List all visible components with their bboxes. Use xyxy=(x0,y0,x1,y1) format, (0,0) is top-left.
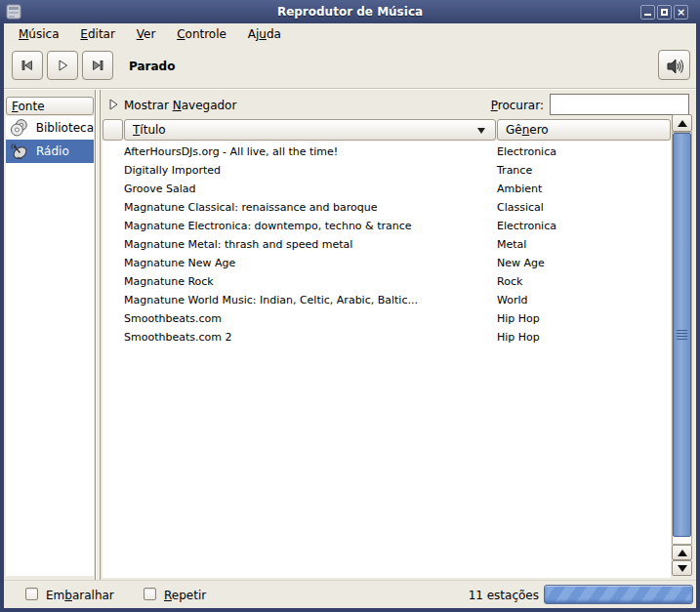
menu-editar[interactable]: Editar xyxy=(71,23,124,44)
station-row[interactable]: Smoothbeats.com 2Hip Hop xyxy=(103,328,671,347)
scroll-up-icon xyxy=(678,550,687,556)
statusbar: Embaralhar Repetir 11 estações xyxy=(4,580,696,609)
shuffle-label[interactable]: Embaralhar xyxy=(46,589,114,602)
scrollbar-grip xyxy=(677,330,687,340)
station-title: Magnatune Electronica: downtempo, techno… xyxy=(124,217,497,235)
station-title: Smoothbeats.com 2 xyxy=(124,328,497,347)
library-icon xyxy=(9,117,30,139)
shuffle-checkbox[interactable] xyxy=(25,588,38,600)
station-genre: Hip Hop xyxy=(497,328,671,347)
station-genre: Classical xyxy=(497,198,671,217)
repeat-label[interactable]: Repetir xyxy=(164,589,206,602)
volume-button[interactable] xyxy=(658,50,690,80)
maximize-icon xyxy=(661,9,668,16)
scroll-down-icon xyxy=(678,565,687,572)
station-genre: World xyxy=(497,291,671,309)
previous-icon xyxy=(20,58,35,73)
repeat-checkbox[interactable] xyxy=(144,588,156,600)
station-title: Groove Salad xyxy=(124,180,497,198)
station-row[interactable]: Groove SaladAmbient xyxy=(103,180,671,198)
station-genre: Hip Hop xyxy=(497,309,671,328)
station-row[interactable]: Smoothbeats.comHip Hop xyxy=(103,309,671,328)
menu-musica[interactable]: Música xyxy=(10,23,68,44)
minimize-icon xyxy=(644,14,651,16)
next-icon xyxy=(90,58,105,73)
column-corner-button[interactable] xyxy=(103,119,123,141)
station-genre: Electronica xyxy=(497,217,671,235)
menu-ver[interactable]: Ver xyxy=(128,23,165,44)
playback-status: Parado xyxy=(129,45,175,88)
station-title: Digitally Imported xyxy=(124,161,497,180)
station-title: Smoothbeats.com xyxy=(124,309,497,328)
close-button[interactable]: × xyxy=(674,5,688,20)
pane-splitter[interactable] xyxy=(95,90,101,580)
scroll-up-icon xyxy=(678,120,687,127)
progress-bar xyxy=(544,585,693,604)
station-row[interactable]: AfterHoursDJs.org - All live, all the ti… xyxy=(103,143,671,161)
titlebar[interactable]: Reprodutor de Música × xyxy=(0,0,700,23)
station-row[interactable]: Magnatune RockRock xyxy=(103,272,671,291)
scrollbar-thumb[interactable] xyxy=(673,133,691,537)
station-genre: Trance xyxy=(497,161,671,180)
next-button[interactable] xyxy=(82,51,113,80)
scroll-up-button[interactable] xyxy=(672,114,692,132)
column-dropdown-icon[interactable] xyxy=(477,128,485,134)
browser-disclosure-icon[interactable] xyxy=(107,98,119,111)
station-row[interactable]: Magnatune Electronica: downtempo, techno… xyxy=(103,217,671,235)
sidebar-item-label: Rádio xyxy=(36,144,69,158)
show-browser-toggle[interactable]: Mostrar Navegador xyxy=(124,99,236,112)
scroll-up-button-bottom[interactable] xyxy=(672,545,692,560)
application-window: Reprodutor de Música × Música Editar Ver… xyxy=(0,0,700,612)
menu-ajuda[interactable]: Ajuda xyxy=(239,23,290,44)
station-title: AfterHoursDJs.org - All live, all the ti… xyxy=(124,143,497,161)
station-row[interactable]: Magnatune Metal: thrash and speed metalM… xyxy=(103,235,671,254)
station-title: Magnatune Metal: thrash and speed metal xyxy=(124,235,497,254)
sidebar-item-radio[interactable]: Rádio xyxy=(6,140,94,163)
radio-icon xyxy=(9,141,30,162)
play-button[interactable] xyxy=(47,51,78,80)
station-genre: Ambient xyxy=(497,180,671,198)
source-list: Biblioteca Rádio xyxy=(6,116,94,576)
sidebar-item-biblioteca[interactable]: Biblioteca xyxy=(6,116,94,140)
station-row[interactable]: Magnatune World Music: Indian, Celtic, A… xyxy=(103,291,671,309)
station-row[interactable]: Magnatune New AgeNew Age xyxy=(103,254,671,272)
minimize-button[interactable] xyxy=(640,5,655,20)
toolbar-separator xyxy=(4,88,696,90)
station-count: 11 estações xyxy=(375,589,539,602)
column-header-titulo[interactable]: Título xyxy=(124,119,496,141)
window-title: Reprodutor de Música xyxy=(0,0,700,23)
station-genre: Electronica xyxy=(497,143,671,161)
menubar: Música Editar Ver Controle Ajuda xyxy=(4,23,696,45)
maximize-button[interactable] xyxy=(657,5,672,20)
station-row[interactable]: Digitally ImportedTrance xyxy=(103,161,671,180)
play-icon xyxy=(55,58,70,73)
station-title: Magnatune Rock xyxy=(124,272,497,291)
sidebar-item-label: Biblioteca xyxy=(36,121,94,135)
station-row[interactable]: Magnatune Classical: renaissance and bar… xyxy=(103,198,671,217)
station-genre: Metal xyxy=(497,235,671,254)
station-list: AfterHoursDJs.org - All live, all the ti… xyxy=(103,141,671,578)
menu-controle[interactable]: Controle xyxy=(168,23,235,44)
station-title: Magnatune New Age xyxy=(124,254,497,272)
scroll-down-button[interactable] xyxy=(672,560,692,576)
station-title: Magnatune World Music: Indian, Celtic, A… xyxy=(124,291,497,309)
station-title: Magnatune Classical: renaissance and bar… xyxy=(124,198,497,217)
station-genre: Rock xyxy=(497,272,671,291)
source-header-button[interactable]: Fonte xyxy=(6,97,94,115)
search-label: Procurar: xyxy=(483,99,544,112)
vertical-scrollbar[interactable] xyxy=(672,114,692,576)
search-input[interactable] xyxy=(550,94,689,115)
column-header-genero[interactable]: Gênero xyxy=(497,119,671,141)
station-genre: New Age xyxy=(497,254,671,272)
previous-button[interactable] xyxy=(12,51,43,80)
volume-icon xyxy=(665,57,684,76)
close-icon: × xyxy=(675,6,687,19)
